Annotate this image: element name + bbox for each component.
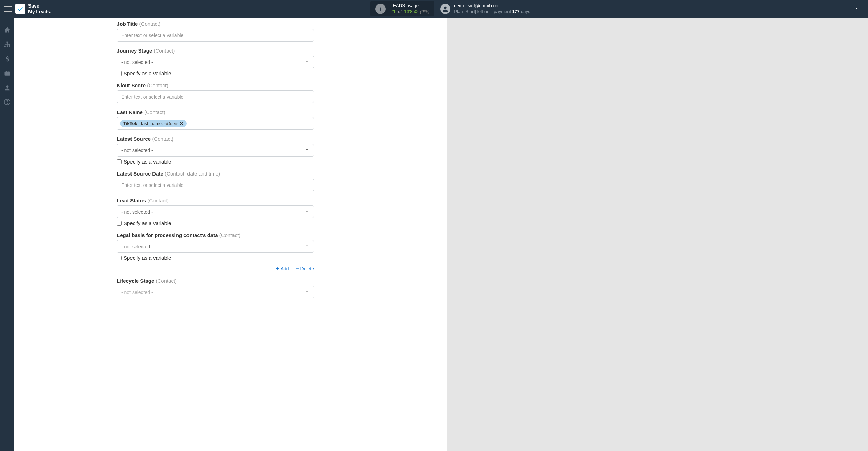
legal-basis-specify-row[interactable]: Specify as a variable <box>117 255 447 261</box>
journey-stage-select[interactable]: - not selected - <box>117 56 314 68</box>
latest-source-hint: (Contact) <box>152 136 173 142</box>
chip-field: last_name: <box>141 121 163 126</box>
latest-source-date-hint: (Contact, date and time) <box>165 171 220 177</box>
journey-stage-value: - not selected - <box>121 59 153 65</box>
field-actions: Add Delete <box>117 266 314 272</box>
latest-source-date-label: Latest Source Date <box>117 171 163 177</box>
klout-score-input[interactable] <box>117 90 314 103</box>
legal-basis-label: Legal basis for processing contact's dat… <box>117 232 218 238</box>
last-name-hint: (Contact) <box>144 109 165 115</box>
sidebar-help[interactable] <box>3 98 11 106</box>
chevron-down-icon <box>304 59 310 65</box>
sidebar-briefcase[interactable] <box>3 69 11 77</box>
chevron-down-icon <box>304 208 310 215</box>
lead-status-specify-label: Specify as a variable <box>124 220 171 226</box>
usage-label: LEADS usage: <box>390 3 429 9</box>
sidebar-user[interactable] <box>3 83 11 92</box>
latest-source-value: - not selected - <box>121 148 153 153</box>
avatar-icon <box>440 4 450 14</box>
sidebar-billing[interactable] <box>3 55 11 63</box>
field-klout-score: Klout Score (Contact) <box>117 82 447 103</box>
journey-stage-specify-checkbox[interactable] <box>117 71 122 76</box>
job-title-input[interactable] <box>117 29 314 42</box>
journey-stage-specify-row[interactable]: Specify as a variable <box>117 70 447 76</box>
add-button[interactable]: Add <box>276 266 289 272</box>
user-menu[interactable]: demo_sml@gmail.com Plan |Start| left unt… <box>440 3 530 15</box>
svg-rect-2 <box>4 46 6 47</box>
chip-source: TikTok <box>123 121 137 126</box>
latest-source-label: Latest Source <box>117 136 151 142</box>
menu-toggle[interactable] <box>4 5 12 13</box>
chevron-down-icon <box>304 147 310 154</box>
svg-rect-3 <box>7 46 8 47</box>
app-logo[interactable]: Save My Leads. <box>15 3 52 15</box>
chip-remove-icon[interactable]: ✕ <box>180 121 183 126</box>
job-title-label: Job Title <box>117 21 138 27</box>
lead-status-specify-row[interactable]: Specify as a variable <box>117 220 447 226</box>
lead-status-specify-checkbox[interactable] <box>117 221 122 226</box>
field-lifecycle-stage: Lifecycle Stage (Contact) - not selected… <box>117 278 447 298</box>
header-collapse[interactable] <box>849 5 864 13</box>
usage-values: 21 of 13'850 (0%) <box>390 9 429 15</box>
field-legal-basis: Legal basis for processing contact's dat… <box>117 232 447 272</box>
svg-rect-4 <box>9 46 10 47</box>
legal-basis-select[interactable]: - not selected - <box>117 240 314 253</box>
journey-stage-label: Journey Stage <box>117 48 152 54</box>
delete-button[interactable]: Delete <box>296 266 314 272</box>
chevron-down-icon <box>304 243 310 250</box>
legal-basis-specify-checkbox[interactable] <box>117 256 122 260</box>
field-lead-status: Lead Status (Contact) - not selected - S… <box>117 198 447 226</box>
lead-status-select[interactable]: - not selected - <box>117 205 314 218</box>
last-name-input[interactable]: TikTok | last_name: «Doe» ✕ <box>117 117 314 130</box>
lifecycle-stage-hint: (Contact) <box>156 278 177 284</box>
journey-stage-hint: (Contact) <box>154 48 175 54</box>
latest-source-specify-checkbox[interactable] <box>117 159 122 164</box>
user-email: demo_sml@gmail.com <box>454 3 530 9</box>
user-plan: Plan |Start| left until payment 177 days <box>454 9 530 15</box>
chip-sep: | <box>139 121 140 126</box>
journey-stage-specify-label: Specify as a variable <box>124 70 171 76</box>
latest-source-specify-label: Specify as a variable <box>124 159 171 165</box>
chevron-down-icon <box>304 289 310 295</box>
main-content: Job Title (Contact) Journey Stage (Conta… <box>14 18 868 451</box>
lifecycle-stage-value: - not selected - <box>121 290 153 295</box>
sidebar-sitemap[interactable] <box>3 40 11 48</box>
logo-text: Save My Leads. <box>28 3 52 15</box>
leads-usage[interactable]: i LEADS usage: 21 of 13'850 (0%) <box>370 1 434 17</box>
chip-example: «Doe» <box>164 121 178 126</box>
field-latest-source-date: Latest Source Date (Contact, date and ti… <box>117 171 447 191</box>
sidebar-home[interactable] <box>3 26 11 34</box>
svg-rect-1 <box>7 42 8 43</box>
klout-score-label: Klout Score <box>117 82 146 88</box>
latest-source-select[interactable]: - not selected - <box>117 144 314 157</box>
sidebar <box>0 18 14 451</box>
lifecycle-stage-label: Lifecycle Stage <box>117 278 154 284</box>
field-last-name: Last Name (Contact) TikTok | last_name: … <box>117 109 447 130</box>
check-logo-icon <box>15 4 25 14</box>
klout-score-hint: (Contact) <box>147 82 168 88</box>
form-panel: Job Title (Contact) Journey Stage (Conta… <box>14 18 447 451</box>
last-name-chip[interactable]: TikTok | last_name: «Doe» ✕ <box>120 120 187 127</box>
info-icon: i <box>375 4 386 14</box>
lifecycle-stage-select[interactable]: - not selected - <box>117 286 314 298</box>
legal-basis-specify-label: Specify as a variable <box>124 255 171 261</box>
lead-status-label: Lead Status <box>117 198 146 203</box>
latest-source-date-input[interactable] <box>117 179 314 191</box>
field-latest-source: Latest Source (Contact) - not selected -… <box>117 136 447 165</box>
legal-basis-value: - not selected - <box>121 244 153 249</box>
legal-basis-hint: (Contact) <box>219 232 241 238</box>
svg-point-5 <box>6 85 9 88</box>
lead-status-hint: (Contact) <box>147 198 169 203</box>
field-journey-stage: Journey Stage (Contact) - not selected -… <box>117 48 447 76</box>
latest-source-specify-row[interactable]: Specify as a variable <box>117 159 447 165</box>
app-header: Save My Leads. i LEADS usage: 21 of 13'8… <box>0 0 868 18</box>
last-name-label: Last Name <box>117 109 143 115</box>
lead-status-value: - not selected - <box>121 209 153 215</box>
svg-point-0 <box>444 6 447 9</box>
field-job-title: Job Title (Contact) <box>117 21 447 42</box>
job-title-hint: (Contact) <box>139 21 161 27</box>
svg-point-7 <box>7 103 8 104</box>
